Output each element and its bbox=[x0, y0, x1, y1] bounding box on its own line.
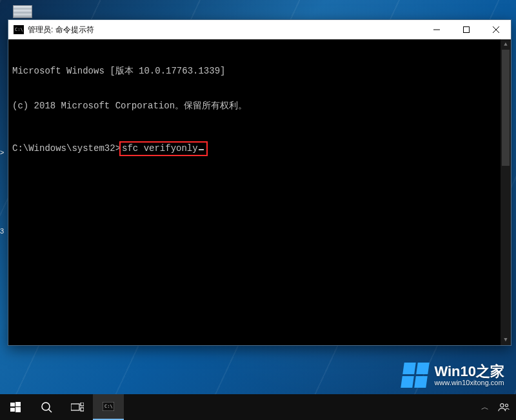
svg-rect-4 bbox=[15, 407, 21, 412]
edge-peek-char: > bbox=[0, 148, 4, 156]
svg-text:C:\: C:\ bbox=[104, 404, 113, 409]
cmd-icon bbox=[14, 25, 24, 34]
window-title: 管理员: 命令提示符 bbox=[28, 25, 94, 35]
cmd-taskbar-icon: C:\ bbox=[103, 402, 114, 411]
svg-rect-8 bbox=[81, 408, 84, 411]
terminal-prompt: C:\Windows\system32> bbox=[12, 143, 121, 154]
svg-rect-3 bbox=[10, 408, 15, 412]
scroll-thumb[interactable] bbox=[502, 50, 510, 166]
svg-rect-7 bbox=[81, 403, 84, 406]
terminal-prompt-row: C:\Windows\system32>sfc verifyonly bbox=[12, 141, 507, 156]
command-highlight: sfc verifyonly bbox=[119, 141, 208, 156]
windows-logo-icon bbox=[401, 363, 430, 388]
svg-point-5 bbox=[42, 403, 50, 410]
tray-overflow-icon[interactable]: ︿ bbox=[481, 402, 489, 413]
titlebar[interactable]: 管理员: 命令提示符 bbox=[8, 20, 511, 39]
watermark-url: www.win10xitong.com bbox=[434, 379, 504, 386]
edge-peek-char: 3 bbox=[0, 227, 4, 235]
svg-rect-0 bbox=[464, 27, 470, 33]
scroll-up-arrow[interactable]: ▲ bbox=[501, 39, 511, 50]
svg-rect-1 bbox=[10, 403, 15, 406]
close-button[interactable] bbox=[481, 20, 511, 39]
search-icon bbox=[41, 401, 52, 413]
command-prompt-window: 管理员: 命令提示符 Microsoft Windows [版本 10.0.17… bbox=[8, 19, 511, 346]
svg-rect-6 bbox=[71, 404, 79, 410]
taskbar-app-cmd[interactable]: C:\ bbox=[93, 394, 124, 420]
windows-start-icon bbox=[10, 402, 21, 412]
maximize-button[interactable] bbox=[452, 20, 481, 39]
watermark-title: Win10之家 bbox=[434, 365, 504, 379]
watermark: Win10之家 www.win10xitong.com bbox=[402, 363, 504, 388]
search-button[interactable] bbox=[31, 394, 62, 420]
left-edge-peek: > 3 bbox=[0, 142, 4, 381]
terminal-line-copyright: (c) 2018 Microsoft Corporation。保留所有权利。 bbox=[12, 100, 507, 112]
terminal-line-version: Microsoft Windows [版本 10.0.17763.1339] bbox=[12, 65, 507, 77]
terminal-command: sfc verifyonly bbox=[122, 143, 198, 154]
terminal-area[interactable]: Microsoft Windows [版本 10.0.17763.1339] (… bbox=[8, 39, 511, 345]
desktop-shortcut-icon[interactable] bbox=[13, 5, 32, 18]
svg-point-12 bbox=[505, 404, 508, 406]
task-view-icon bbox=[71, 403, 84, 412]
text-cursor bbox=[199, 149, 204, 150]
vertical-scrollbar[interactable]: ▲ ▼ bbox=[501, 39, 511, 345]
close-icon bbox=[493, 26, 499, 33]
system-tray[interactable]: ︿ bbox=[477, 394, 516, 420]
desktop: > 3 管理员: 命令提示符 Microsoft Windows [版本 10.… bbox=[0, 0, 516, 420]
scroll-down-arrow[interactable]: ▼ bbox=[501, 335, 511, 345]
svg-point-11 bbox=[501, 404, 504, 407]
minimize-icon bbox=[433, 26, 440, 33]
start-button[interactable] bbox=[0, 394, 31, 420]
people-icon[interactable] bbox=[498, 402, 510, 412]
maximize-icon bbox=[463, 26, 470, 33]
svg-rect-2 bbox=[15, 402, 21, 406]
task-view-button[interactable] bbox=[62, 394, 93, 420]
minimize-button[interactable] bbox=[422, 20, 452, 39]
taskbar[interactable]: C:\ ︿ bbox=[0, 394, 516, 420]
